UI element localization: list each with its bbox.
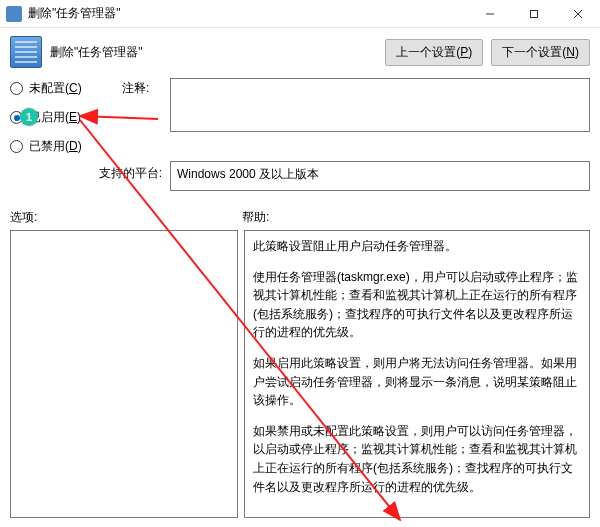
close-button[interactable]: [556, 0, 600, 28]
policy-icon: [10, 36, 42, 68]
platform-label: 支持的平台:: [10, 155, 170, 191]
comment-label: 注释:: [122, 78, 170, 155]
radio-not-configured[interactable]: 未配置(C): [10, 80, 122, 97]
maximize-button[interactable]: [512, 0, 556, 28]
window-controls: [468, 0, 600, 28]
radio-icon: [10, 82, 23, 95]
help-panel: 此策略设置阻止用户启动任务管理器。 使用任务管理器(taskmgr.exe)，用…: [244, 230, 590, 518]
help-label: 帮助:: [242, 209, 269, 226]
help-paragraph: 如果禁用或未配置此策略设置，则用户可以访问任务管理器，以启动或停止程序；监视其计…: [253, 422, 581, 496]
next-setting-button[interactable]: 下一个设置(N): [491, 39, 590, 66]
options-label: 选项:: [10, 209, 242, 226]
radio-icon: [10, 140, 23, 153]
help-paragraph: 此策略设置阻止用户启动任务管理器。: [253, 237, 581, 256]
panels: 此策略设置阻止用户启动任务管理器。 使用任务管理器(taskmgr.exe)，用…: [0, 230, 600, 527]
platform-value: Windows 2000 及以上版本: [170, 161, 590, 191]
options-panel: [10, 230, 238, 518]
radio-disabled[interactable]: 已禁用(D): [10, 138, 122, 155]
nav-buttons: 上一个设置(P) 下一个设置(N): [385, 39, 590, 66]
app-icon: [6, 6, 22, 22]
config-area: 未配置(C) 已启用(E) 已禁用(D) 注释: 支持的平台: Windows …: [0, 78, 600, 191]
section-labels: 选项: 帮助:: [0, 191, 600, 230]
window-title: 删除"任务管理器": [28, 5, 468, 22]
help-paragraph: 使用任务管理器(taskmgr.exe)，用户可以启动或停止程序；监视其计算机性…: [253, 268, 581, 342]
help-text: 此策略设置阻止用户启动任务管理器。 使用任务管理器(taskmgr.exe)，用…: [253, 237, 581, 496]
header: 删除"任务管理器" 上一个设置(P) 下一个设置(N): [0, 28, 600, 78]
titlebar: 删除"任务管理器": [0, 0, 600, 28]
svg-rect-1: [531, 10, 538, 17]
help-paragraph: 如果启用此策略设置，则用户将无法访问任务管理器。如果用户尝试启动任务管理器，则将…: [253, 354, 581, 410]
comment-textarea[interactable]: [170, 78, 590, 132]
previous-setting-button[interactable]: 上一个设置(P): [385, 39, 483, 66]
minimize-button[interactable]: [468, 0, 512, 28]
policy-title: 删除"任务管理器": [50, 44, 385, 61]
annotation-step-1: 1: [20, 108, 38, 126]
